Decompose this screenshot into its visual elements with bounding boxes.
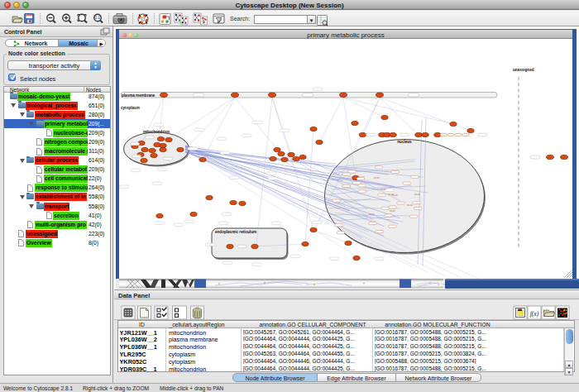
svg-text:cytoplasm: cytoplasm — [121, 106, 140, 110]
svg-text:endoplasmic reticulum: endoplasmic reticulum — [215, 230, 256, 234]
svg-text:1:1: 1:1 — [95, 16, 101, 20]
svg-text:xx-xx: xx-xx — [392, 194, 398, 197]
svg-text:xx-xx: xx-xx — [369, 213, 375, 216]
svg-text:xx-xx: xx-xx — [374, 176, 380, 179]
svg-text:nucleus: nucleus — [397, 140, 412, 144]
svg-text:unassigned: unassigned — [513, 68, 534, 72]
svg-text:xx-xx: xx-xx — [380, 188, 386, 191]
svg-text:plasma membrane: plasma membrane — [122, 93, 156, 98]
svg-text:xx-xx: xx-xx — [390, 209, 395, 213]
svg-text:xx-xx: xx-xx — [414, 193, 420, 196]
svg-text:mitochondrion: mitochondrion — [143, 130, 170, 134]
svg-text:f(x): f(x) — [530, 309, 539, 317]
svg-text:xx-xx: xx-xx — [407, 203, 413, 207]
